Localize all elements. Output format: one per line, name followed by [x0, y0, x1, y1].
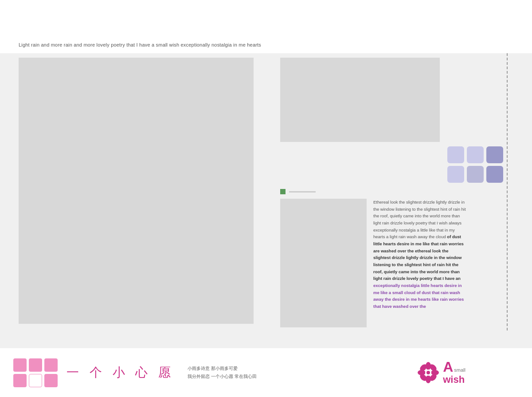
tagline-line2: 我分外留恋 一个小心愿 常在我心田 — [188, 373, 257, 381]
a-small-wish-logo: A small wish — [443, 360, 466, 385]
small-right-image-placeholder — [280, 199, 367, 327]
dashed-vertical-line — [507, 53, 508, 330]
tagline-line1: 小雨多诗意 那小雨多可爱 — [188, 365, 257, 373]
footer-logo-area: A small wish — [417, 360, 466, 385]
icon-box-3 — [486, 146, 503, 163]
icon-box-4 — [447, 166, 464, 183]
right-column: Ethereal look the slightest drizzle ligh… — [280, 53, 508, 330]
footer-icon-4 — [13, 374, 27, 387]
icon-row-top — [447, 146, 503, 163]
flower-icon — [417, 362, 439, 384]
logo-wish-text: wish — [443, 374, 465, 385]
icon-grid — [280, 146, 508, 185]
icon-row-bottom — [447, 166, 503, 183]
progress-line — [289, 191, 316, 193]
center-gap — [254, 53, 280, 330]
logo-a-letter: A — [443, 360, 453, 374]
icon-box-1 — [447, 146, 464, 163]
icon-box-6 — [486, 166, 503, 183]
footer-icon-5 — [29, 374, 42, 387]
footer: 一 个 小 心 愿 小雨多诗意 那小雨多可爱 我分外留恋 一个小心愿 常在我心田 — [0, 348, 532, 397]
icon-box-2 — [467, 146, 484, 163]
footer-icon-2 — [29, 358, 42, 372]
logo-small-text: small — [454, 368, 466, 373]
progress-area — [280, 189, 508, 194]
footer-icon-6 — [44, 374, 58, 387]
left-image-placeholder — [19, 58, 254, 324]
top-right-image-placeholder — [280, 58, 440, 142]
subtitle-text: Light rain and more rain and more lovely… — [19, 42, 261, 47]
footer-tagline: 小雨多诗意 那小雨多可爱 我分外留恋 一个小心愿 常在我心田 — [188, 365, 257, 381]
footer-icon-grid — [13, 358, 58, 387]
article-text: Ethereal look the slightest drizzle ligh… — [373, 199, 466, 327]
svg-point-9 — [426, 371, 430, 374]
footer-icon-3 — [44, 358, 58, 372]
main-content: Ethereal look the slightest drizzle ligh… — [0, 53, 508, 330]
footer-icon-1 — [13, 358, 27, 372]
bottom-right-section: Ethereal look the slightest drizzle ligh… — [280, 199, 508, 327]
icon-box-5 — [467, 166, 484, 183]
page-container: Light rain and more rain and more lovely… — [0, 0, 532, 397]
footer-brand-chinese: 一 个 小 心 愿 — [66, 364, 174, 381]
progress-dot — [280, 189, 286, 194]
